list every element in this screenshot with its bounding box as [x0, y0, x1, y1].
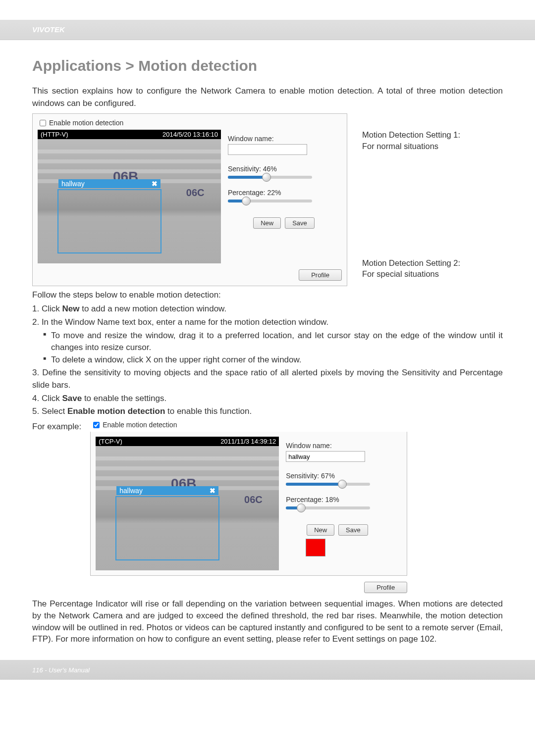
motion-window-title-1: hallway [61, 180, 85, 188]
save-button-1[interactable]: Save [285, 217, 315, 229]
page-title: Applications > Motion detection [32, 57, 503, 74]
window-name-label-1: Window name: [228, 135, 340, 143]
new-button-2[interactable]: New [307, 524, 334, 536]
motion-window-1[interactable]: hallway ✖ [57, 189, 161, 253]
motion-window-2[interactable]: hallway ✖ [115, 496, 219, 560]
motion-detection-panel-2: (TCP-V) 2011/11/3 14:39:12 06B 06C hallw… [90, 432, 407, 576]
closing-paragraph: The Percentage Indicator will rise or fa… [32, 598, 503, 645]
video-timestamp-2: 2011/11/3 14:39:12 [220, 438, 276, 445]
annotation-1: Motion Detection Setting 1: For normal s… [362, 113, 460, 151]
motion-detection-panel-1: Enable motion detection (HTTP-V) 2014/5/… [32, 113, 347, 286]
window-name-input-1[interactable] [228, 144, 307, 155]
video-protocol-2: (TCP-V) [99, 438, 122, 445]
step-3: 3. Define the sensitivity to moving obje… [32, 367, 503, 391]
brand-text: VIVOTEK [32, 25, 65, 34]
window-name-input-2[interactable] [286, 451, 365, 462]
for-example-label: For example: [32, 421, 81, 432]
step-2b: To delete a window, click X on the upper… [43, 354, 503, 366]
video-preview-2[interactable]: (TCP-V) 2011/11/3 14:39:12 06B 06C hallw… [96, 437, 279, 570]
profile-button-2[interactable]: Profile [364, 582, 407, 593]
profile-button-1[interactable]: Profile [299, 269, 342, 281]
video-protocol-1: (HTTP-V) [41, 131, 68, 138]
save-button-2[interactable]: Save [338, 524, 368, 536]
step-4: 4. Click Save to enable the settings. [32, 393, 503, 405]
enable-motion-label-2: Enable motion detection [103, 421, 177, 429]
video-preview-1[interactable]: (HTTP-V) 2014/5/20 13:16:10 06B 06C hall… [38, 130, 221, 263]
close-icon[interactable]: ✖ [152, 180, 158, 188]
intro-paragraph: This section explains how to configure t… [32, 85, 503, 109]
motion-indicator [306, 539, 325, 556]
controls-pane-2: Window name: Sensitivity: 67% Percentage… [284, 437, 402, 570]
footer-page-number: 116 - User's Manual [32, 666, 90, 674]
enable-motion-label-1: Enable motion detection [49, 119, 123, 127]
room-label-side-1: 06C [186, 187, 205, 199]
new-button-1[interactable]: New [253, 217, 281, 229]
steps-list: 1. Click New to add a new motion detecti… [32, 303, 503, 418]
sensitivity-slider-2[interactable] [286, 483, 370, 486]
step-5: 5. Select Enable motion detection to ena… [32, 405, 503, 418]
motion-window-title-2: hallway [119, 487, 143, 495]
annotation-2: Motion Detection Setting 2: For special … [362, 257, 460, 280]
video-timestamp-1: 2014/5/20 13:16:10 [162, 131, 218, 138]
percentage-slider-1[interactable] [228, 200, 312, 202]
step-2a: To move and resize the window, drag it t… [43, 330, 503, 354]
step-2: 2. In the Window Name text box, enter a … [32, 316, 503, 329]
controls-pane-1: Window name: Sensitivity: 46% Percentage… [226, 130, 342, 263]
window-name-label-2: Window name: [286, 442, 400, 450]
room-label-side-2: 06C [244, 494, 263, 505]
sensitivity-label-1: Sensitivity: 46% [228, 165, 340, 173]
percentage-label-2: Percentage: 18% [286, 496, 400, 504]
sensitivity-label-2: Sensitivity: 67% [286, 472, 400, 480]
close-icon[interactable]: ✖ [210, 487, 215, 495]
sensitivity-slider-1[interactable] [228, 176, 312, 179]
enable-motion-checkbox-1[interactable] [40, 120, 46, 126]
step-1: 1. Click New to add a new motion detecti… [32, 303, 503, 315]
percentage-slider-2[interactable] [286, 506, 370, 509]
enable-motion-checkbox-2[interactable] [93, 422, 100, 428]
percentage-label-1: Percentage: 22% [228, 189, 340, 197]
follow-steps-intro: Follow the steps below to enable motion … [32, 290, 503, 300]
